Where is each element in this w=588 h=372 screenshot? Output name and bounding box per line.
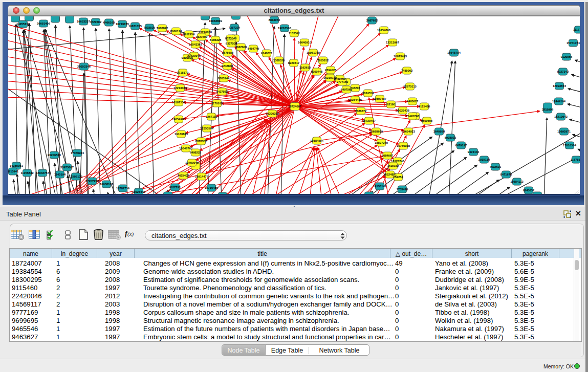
svg-text:9245652: 9245652 xyxy=(523,189,535,192)
svg-text:1170013: 1170013 xyxy=(211,102,223,105)
svg-text:12444194: 12444194 xyxy=(552,100,566,103)
svg-text:7663822: 7663822 xyxy=(157,27,168,30)
svg-text:12975115: 12975115 xyxy=(403,85,417,88)
svg-text:8912954: 8912954 xyxy=(183,33,195,36)
svg-text:9794028: 9794028 xyxy=(325,69,337,72)
svg-text:6498222: 6498222 xyxy=(190,151,202,154)
svg-text:18724007: 18724007 xyxy=(288,105,301,108)
svg-text:9899021: 9899021 xyxy=(182,56,193,59)
svg-text:12505135: 12505135 xyxy=(69,175,83,178)
svg-text:2935114: 2935114 xyxy=(478,158,490,161)
svg-text:33975867: 33975867 xyxy=(60,166,74,169)
svg-text:7515526: 7515526 xyxy=(144,26,156,29)
svg-text:12923446: 12923446 xyxy=(132,190,146,193)
svg-text:9463627: 9463627 xyxy=(407,100,419,103)
svg-text:19756928: 19756928 xyxy=(397,144,410,147)
svg-text:252254: 252254 xyxy=(393,176,403,179)
svg-text:12409948: 12409948 xyxy=(185,161,199,164)
svg-text:7357224: 7357224 xyxy=(229,26,241,29)
svg-text:16120746: 16120746 xyxy=(391,160,405,163)
svg-text:9699695: 9699695 xyxy=(421,119,433,122)
svg-text:16648784: 16648784 xyxy=(447,51,461,54)
svg-text:7955812: 7955812 xyxy=(317,59,329,62)
svg-text:7485063: 7485063 xyxy=(401,69,413,72)
svg-text:20364436: 20364436 xyxy=(349,98,362,101)
svg-text:12093873: 12093873 xyxy=(553,84,567,87)
svg-text:3267110: 3267110 xyxy=(206,115,217,118)
svg-text:18300295: 18300295 xyxy=(266,112,279,115)
svg-text:9327500: 9327500 xyxy=(196,35,208,38)
svg-text:3675685: 3675685 xyxy=(222,51,234,54)
svg-text:1640954: 1640954 xyxy=(433,130,445,133)
svg-text:7632621: 7632621 xyxy=(490,165,502,168)
svg-text:19384554: 19384554 xyxy=(310,139,324,142)
svg-text:8454749: 8454749 xyxy=(248,47,259,50)
svg-text:8878352: 8878352 xyxy=(195,140,207,143)
svg-text:1527602: 1527602 xyxy=(90,20,102,24)
svg-text:15751074: 15751074 xyxy=(567,41,580,45)
svg-text:12213967: 12213967 xyxy=(386,41,399,44)
svg-text:16914479: 16914479 xyxy=(195,175,209,178)
svg-text:16210643: 16210643 xyxy=(554,115,568,118)
svg-text:1167531: 1167531 xyxy=(571,158,580,161)
svg-text:14055713: 14055713 xyxy=(16,23,30,26)
svg-text:23226058: 23226058 xyxy=(199,31,212,34)
svg-text:10654112: 10654112 xyxy=(510,180,523,183)
svg-text:15692971: 15692971 xyxy=(557,130,571,133)
svg-text:2718170: 2718170 xyxy=(177,71,189,74)
svg-text:9777169: 9777169 xyxy=(337,80,349,83)
svg-text:9129966: 9129966 xyxy=(561,55,573,58)
svg-text:8220317: 8220317 xyxy=(288,61,300,64)
svg-text:15716485: 15716485 xyxy=(205,186,219,189)
svg-text:9146821: 9146821 xyxy=(261,52,273,55)
svg-text:1733426: 1733426 xyxy=(397,188,408,191)
svg-text:19218506: 19218506 xyxy=(278,27,292,30)
svg-text:17016504: 17016504 xyxy=(563,144,577,147)
svg-text:9474444: 9474444 xyxy=(468,150,480,154)
svg-text:3215956: 3215956 xyxy=(542,108,554,111)
svg-text:10973493: 10973493 xyxy=(394,55,407,58)
svg-text:8471676: 8471676 xyxy=(500,173,512,176)
svg-text:19654963: 19654963 xyxy=(172,118,186,121)
svg-text:10688609: 10688609 xyxy=(369,130,383,133)
svg-text:9242848: 9242848 xyxy=(222,64,233,68)
svg-text:9115460: 9115460 xyxy=(419,105,430,108)
svg-text:10719155: 10719155 xyxy=(116,23,129,26)
svg-text:3915941: 3915941 xyxy=(8,170,19,173)
svg-text:1162615: 1162615 xyxy=(299,66,311,69)
svg-text:20206526: 20206526 xyxy=(48,154,61,157)
svg-text:9227342: 9227342 xyxy=(557,70,569,73)
svg-text:11156839: 11156839 xyxy=(20,171,34,174)
svg-text:7625402: 7625402 xyxy=(178,174,189,177)
svg-text:8427552: 8427552 xyxy=(216,90,228,93)
svg-text:6466160: 6466160 xyxy=(103,21,115,24)
svg-text:19166825: 19166825 xyxy=(175,133,188,136)
svg-text:1117704: 1117704 xyxy=(573,28,580,31)
svg-text:3624554: 3624554 xyxy=(362,92,374,95)
svg-text:9327508: 9327508 xyxy=(226,42,237,45)
svg-text:6479197: 6479197 xyxy=(455,144,467,147)
svg-text:16640910: 16640910 xyxy=(298,41,311,44)
svg-text:16543362: 16543362 xyxy=(189,43,202,46)
svg-text:12942757: 12942757 xyxy=(36,171,49,174)
svg-text:14385061: 14385061 xyxy=(10,164,24,167)
svg-text:1145194: 1145194 xyxy=(54,173,66,176)
svg-text:16033809: 16033809 xyxy=(209,19,223,23)
svg-text:2687682: 2687682 xyxy=(366,19,378,22)
svg-text:12353594: 12353594 xyxy=(200,127,214,130)
svg-text:10807487: 10807487 xyxy=(373,97,386,100)
svg-text:10046763: 10046763 xyxy=(179,147,193,150)
svg-text:16154808: 16154808 xyxy=(377,29,391,32)
svg-text:8813054: 8813054 xyxy=(269,18,280,21)
svg-text:15720407: 15720407 xyxy=(362,119,376,122)
svg-text:8938923: 8938923 xyxy=(445,136,456,139)
svg-text:15495798: 15495798 xyxy=(406,115,420,118)
svg-text:9375546: 9375546 xyxy=(225,37,237,40)
svg-text:17957253: 17957253 xyxy=(85,180,99,183)
svg-text:20691406: 20691406 xyxy=(37,22,51,25)
svg-text:16107554: 16107554 xyxy=(172,101,186,104)
svg-text:20053346: 20053346 xyxy=(77,65,91,68)
svg-text:1588520: 1588520 xyxy=(273,59,285,62)
svg-text:12213363: 12213363 xyxy=(173,86,187,90)
svg-text:8186328: 8186328 xyxy=(210,38,222,41)
